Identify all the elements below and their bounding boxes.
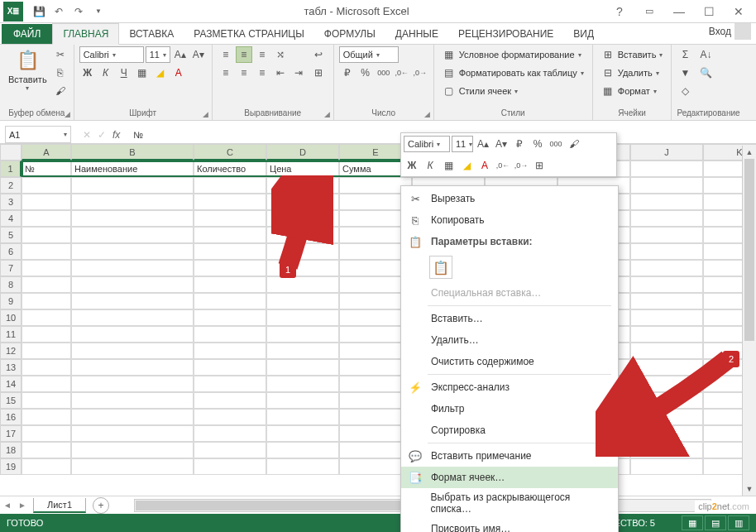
font-dialog-launcher[interactable]: ◢ bbox=[203, 110, 208, 118]
cell[interactable] bbox=[194, 276, 266, 293]
cm-define-name[interactable]: Присвоить имя… bbox=[401, 518, 618, 532]
mini-decrease-font-icon[interactable]: A▾ bbox=[493, 136, 510, 152]
cell[interactable] bbox=[71, 458, 194, 475]
cell[interactable] bbox=[71, 227, 194, 243]
cancel-formula-icon[interactable]: ✕ bbox=[83, 129, 91, 141]
cell[interactable] bbox=[266, 343, 339, 359]
cm-delete[interactable]: Удалить… bbox=[401, 329, 618, 351]
save-icon[interactable]: 💾 bbox=[30, 2, 48, 21]
cell[interactable] bbox=[266, 194, 339, 210]
paste-button[interactable]: 📋 Вставить ▾ bbox=[5, 46, 50, 93]
cell[interactable] bbox=[630, 376, 703, 392]
mini-italic-icon[interactable]: К bbox=[422, 157, 438, 174]
cell[interactable] bbox=[630, 425, 703, 442]
mini-bold-icon[interactable]: Ж bbox=[404, 157, 420, 174]
cell[interactable] bbox=[22, 260, 71, 276]
cell[interactable] bbox=[22, 227, 71, 243]
cell[interactable] bbox=[630, 442, 703, 458]
cell[interactable] bbox=[266, 326, 339, 343]
cell[interactable] bbox=[71, 409, 194, 425]
worksheet-grid[interactable]: A B C D E J K 1№НаименованиеКоличествоЦе… bbox=[0, 144, 756, 500]
cut-icon[interactable]: ✂ bbox=[52, 46, 69, 63]
ribbon-options-icon[interactable]: ▭ bbox=[635, 2, 663, 21]
alignment-dialog-launcher[interactable]: ◢ bbox=[324, 110, 330, 118]
cell[interactable] bbox=[71, 425, 194, 442]
cell[interactable] bbox=[71, 326, 194, 343]
cm-insert[interactable]: Вставить… bbox=[401, 308, 618, 329]
cell[interactable] bbox=[194, 243, 266, 260]
cell[interactable] bbox=[71, 194, 194, 210]
cell[interactable] bbox=[71, 243, 194, 260]
tab-home[interactable]: ГЛАВНАЯ bbox=[52, 23, 119, 45]
cm-paste-option-1[interactable]: 📋 bbox=[429, 256, 452, 279]
cell[interactable] bbox=[266, 260, 339, 276]
border-icon[interactable]: ▦ bbox=[134, 65, 151, 81]
col-header-J[interactable]: J bbox=[630, 144, 703, 161]
cell[interactable] bbox=[71, 260, 194, 276]
decrease-indent-icon[interactable]: ⇤ bbox=[272, 65, 289, 81]
percent-format-icon[interactable]: % bbox=[357, 65, 374, 81]
wrap-text-icon[interactable]: ↩ bbox=[309, 46, 328, 63]
close-icon[interactable]: ✕ bbox=[725, 2, 753, 21]
cell[interactable] bbox=[22, 359, 71, 376]
cell[interactable] bbox=[630, 194, 703, 210]
cell[interactable] bbox=[22, 343, 71, 359]
cell[interactable] bbox=[194, 409, 266, 425]
maximize-icon[interactable]: ☐ bbox=[695, 2, 723, 21]
row-header-10[interactable]: 10 bbox=[0, 309, 22, 326]
increase-indent-icon[interactable]: ⇥ bbox=[290, 65, 307, 81]
sort-filter-icon[interactable]: A↓ bbox=[695, 46, 716, 63]
cell[interactable] bbox=[630, 177, 703, 194]
conditional-formatting-button[interactable]: ▦Условное форматирование▾ bbox=[439, 46, 587, 63]
cell[interactable] bbox=[630, 260, 703, 276]
cell[interactable] bbox=[194, 293, 266, 309]
minimize-icon[interactable]: — bbox=[665, 2, 693, 21]
format-painter-icon[interactable]: 🖌 bbox=[52, 83, 69, 99]
cell[interactable] bbox=[71, 210, 194, 227]
cm-sort[interactable]: Сортировка▶ bbox=[401, 419, 618, 441]
cell[interactable] bbox=[630, 409, 703, 425]
align-center-icon[interactable]: ≡ bbox=[236, 65, 252, 81]
mini-font-size[interactable]: 11▾ bbox=[452, 136, 473, 152]
cell[interactable] bbox=[22, 409, 71, 425]
row-header-6[interactable]: 6 bbox=[0, 243, 22, 260]
cell[interactable] bbox=[194, 392, 266, 409]
cell-styles-button[interactable]: ▢Стили ячеек▾ bbox=[439, 83, 587, 99]
fill-color-icon[interactable]: ◢ bbox=[152, 65, 169, 81]
tab-formulas[interactable]: ФОРМУЛЫ bbox=[314, 24, 385, 44]
cell[interactable] bbox=[22, 376, 71, 392]
increase-decimal-icon[interactable]: ,0← bbox=[394, 65, 410, 81]
cell[interactable] bbox=[22, 276, 71, 293]
row-header-2[interactable]: 2 bbox=[0, 177, 22, 194]
cell[interactable] bbox=[266, 210, 339, 227]
select-all-corner[interactable] bbox=[0, 144, 22, 161]
row-header-9[interactable]: 9 bbox=[0, 293, 22, 309]
align-left-icon[interactable]: ≡ bbox=[218, 65, 234, 81]
cm-quick-analysis[interactable]: ⚡Экспресс-анализ bbox=[401, 376, 618, 398]
cell[interactable] bbox=[22, 309, 71, 326]
mini-accounting-icon[interactable]: ₽ bbox=[511, 136, 528, 152]
name-box[interactable]: A1▾ bbox=[5, 126, 71, 143]
cell[interactable] bbox=[194, 260, 266, 276]
view-page-break-icon[interactable]: ▥ bbox=[728, 515, 749, 530]
number-dialog-launcher[interactable]: ◢ bbox=[424, 110, 430, 118]
cell[interactable] bbox=[630, 309, 703, 326]
mini-format-painter-icon[interactable]: 🖌 bbox=[566, 136, 582, 152]
format-as-table-button[interactable]: ▤Форматировать как таблицу▾ bbox=[439, 65, 587, 81]
row-header-18[interactable]: 18 bbox=[0, 442, 22, 458]
tab-view[interactable]: ВИД bbox=[563, 24, 604, 44]
mini-inc-decimal-icon[interactable]: ,0← bbox=[495, 157, 511, 174]
mini-percent-icon[interactable]: % bbox=[529, 136, 546, 152]
mini-fill-color-icon[interactable]: ◢ bbox=[458, 157, 475, 174]
font-size-combo[interactable]: 11▾ bbox=[146, 46, 170, 63]
help-icon[interactable]: ? bbox=[605, 2, 634, 21]
row-header-7[interactable]: 7 bbox=[0, 260, 22, 276]
mini-merge-icon[interactable]: ⊞ bbox=[531, 157, 548, 174]
cell[interactable] bbox=[194, 442, 266, 458]
cell[interactable] bbox=[630, 458, 703, 475]
tab-data[interactable]: ДАННЫЕ bbox=[385, 24, 448, 44]
cell[interactable] bbox=[630, 326, 703, 343]
clipboard-dialog-launcher[interactable]: ◢ bbox=[65, 110, 70, 118]
cell[interactable] bbox=[266, 409, 339, 425]
view-normal-icon[interactable]: ▦ bbox=[682, 515, 703, 530]
